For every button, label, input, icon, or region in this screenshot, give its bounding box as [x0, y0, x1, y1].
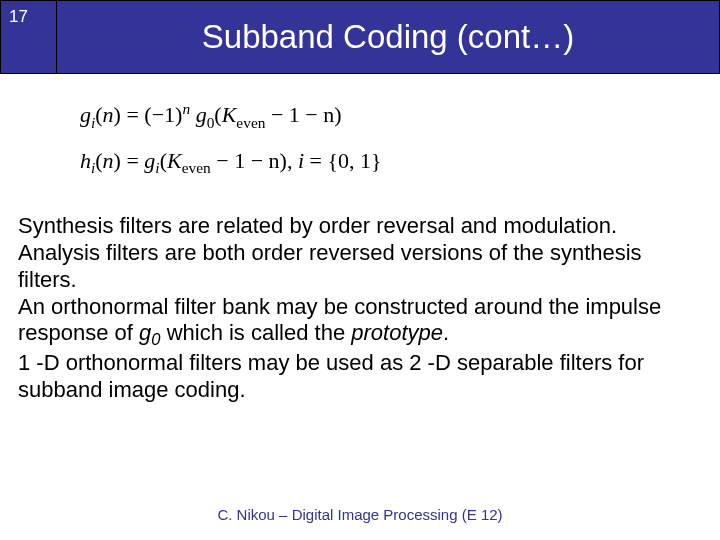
g-sub: 0	[151, 331, 160, 349]
eq-sub: i	[155, 159, 159, 176]
paragraph: Analysis filters are both order reversed…	[18, 240, 702, 294]
eq-sub: i	[91, 159, 95, 176]
slide-footer: C. Nikou – Digital Image Processing (E 1…	[0, 506, 720, 523]
eq-var: K	[167, 148, 182, 173]
eq-num: −1	[152, 102, 175, 127]
eq-var: n	[103, 102, 114, 127]
eq-sub: i	[91, 114, 95, 131]
emphasis-prototype: prototype	[351, 320, 443, 345]
eq-set: {0, 1}	[327, 148, 381, 173]
equation-h: hi(n) = gi(Keven − 1 − n), i = {0, 1}	[80, 148, 660, 177]
text: .	[443, 320, 449, 345]
eq-var: n	[103, 148, 114, 173]
text: which is called the	[161, 320, 352, 345]
slide-header: 17 Subband Coding (cont…)	[0, 0, 720, 74]
g-var: g	[139, 320, 151, 345]
eq-sep: ,	[287, 148, 298, 173]
eq-op: =	[310, 148, 322, 173]
eq-tail: − 1 − n	[265, 102, 334, 127]
page-number: 17	[9, 7, 28, 27]
eq-sub: even	[182, 159, 211, 176]
eq-sub: 0	[207, 114, 215, 131]
equation-g: gi(n) = (−1)n g0(Keven − 1 − n)	[80, 100, 660, 132]
body-text: Synthesis filters are related by order r…	[0, 203, 720, 403]
eq-sub: even	[236, 114, 265, 131]
eq-tail: − 1 − n	[211, 148, 280, 173]
equation-block: gi(n) = (−1)n g0(Keven − 1 − n) hi(n) = …	[0, 74, 720, 203]
footer-credit: C. Nikou – Digital Image Processing (E 1…	[217, 506, 502, 523]
eq-var: g	[144, 148, 155, 173]
eq-var: h	[80, 148, 91, 173]
paragraph: An orthonormal filter bank may be constr…	[18, 294, 702, 350]
slide-title: Subband Coding (cont…)	[57, 1, 719, 73]
eq-sup: n	[182, 100, 190, 117]
page-number-box: 17	[1, 1, 57, 73]
eq-var: i	[298, 148, 304, 173]
eq-op: =	[126, 102, 138, 127]
eq-var: g	[80, 102, 91, 127]
eq-var: K	[222, 102, 237, 127]
eq-var: g	[196, 102, 207, 127]
paragraph: 1 -D orthonormal filters may be used as …	[18, 350, 702, 404]
eq-op: =	[126, 148, 138, 173]
paragraph: Synthesis filters are related by order r…	[18, 213, 702, 240]
